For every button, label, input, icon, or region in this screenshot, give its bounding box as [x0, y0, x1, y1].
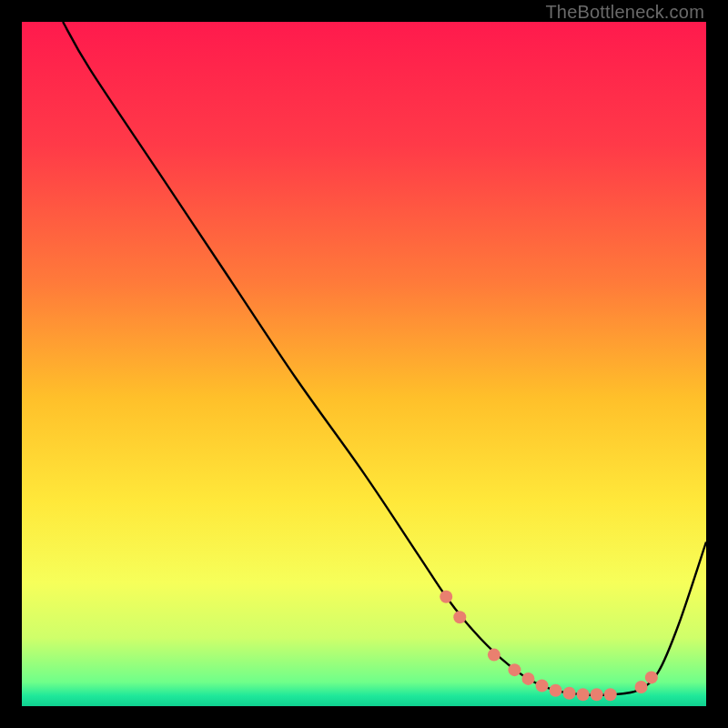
marker-dot: [645, 671, 658, 683]
marker-dot: [604, 688, 617, 701]
chart-frame: [22, 22, 706, 706]
marker-dot: [521, 672, 534, 685]
gradient-background: [22, 22, 706, 706]
marker-dot: [577, 688, 590, 701]
marker-dot: [536, 679, 549, 692]
marker-dot: [508, 663, 521, 676]
bottleneck-chart: [22, 22, 706, 706]
watermark-text: TheBottleneck.com: [545, 2, 704, 23]
marker-dot: [563, 687, 576, 700]
marker-dot: [453, 611, 466, 623]
marker-dot: [635, 681, 648, 693]
marker-dot: [550, 684, 562, 697]
marker-dot: [488, 649, 500, 662]
marker-dot: [591, 688, 603, 701]
marker-dot: [440, 591, 452, 603]
